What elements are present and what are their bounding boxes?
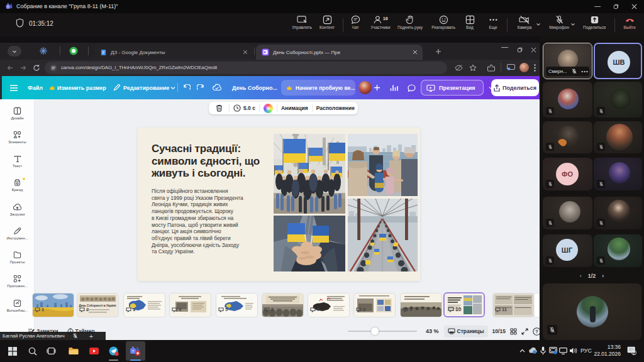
svg-text:?: ? — [535, 329, 538, 334]
svg-text:16: 16 — [383, 16, 388, 21]
svg-text:2: 2 — [633, 351, 635, 355]
svg-text:T: T — [132, 349, 135, 353]
